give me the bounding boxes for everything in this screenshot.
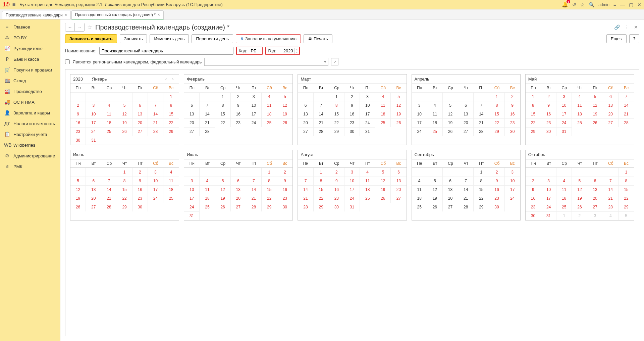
- day-cell[interactable]: 14: [458, 185, 474, 194]
- day-cell[interactable]: 21: [314, 118, 329, 127]
- day-cell[interactable]: 31: [360, 127, 375, 136]
- day-cell[interactable]: 7: [603, 177, 619, 185]
- day-cell[interactable]: 14: [619, 101, 634, 110]
- day-cell[interactable]: 4: [427, 101, 443, 110]
- day-cell[interactable]: 2: [231, 92, 246, 101]
- favorite-icon[interactable]: ☆: [580, 2, 585, 7]
- day-cell[interactable]: 11: [101, 110, 117, 118]
- day-cell[interactable]: 1: [619, 168, 634, 177]
- day-cell[interactable]: 15: [117, 185, 132, 194]
- day-cell[interactable]: 10: [344, 177, 360, 185]
- day-cell[interactable]: 15: [163, 110, 179, 118]
- day-cell[interactable]: 4: [412, 177, 427, 185]
- day-cell[interactable]: 7: [200, 101, 215, 110]
- day-cell[interactable]: 1: [262, 168, 277, 177]
- day-cell[interactable]: 4: [556, 177, 572, 185]
- day-cell[interactable]: 8: [163, 101, 179, 110]
- day-cell[interactable]: 4: [101, 101, 117, 110]
- day-cell[interactable]: 9: [231, 101, 246, 110]
- day-cell[interactable]: 12: [427, 185, 443, 194]
- day-cell[interactable]: 29: [163, 127, 179, 136]
- day-cell[interactable]: 29: [619, 203, 634, 211]
- day-cell[interactable]: 2: [505, 92, 520, 101]
- day-cell[interactable]: 22: [215, 118, 231, 127]
- day-cell[interactable]: 20: [587, 194, 603, 203]
- day-cell[interactable]: 11: [375, 101, 391, 110]
- day-cell[interactable]: 26: [277, 118, 292, 127]
- day-cell[interactable]: 22: [474, 194, 489, 203]
- day-cell[interactable]: 3: [344, 168, 360, 177]
- day-cell[interactable]: 8: [262, 177, 277, 185]
- link-icon[interactable]: 🔗: [613, 24, 621, 31]
- day-cell[interactable]: 5: [443, 101, 458, 110]
- day-cell[interactable]: 19: [572, 194, 587, 203]
- day-cell[interactable]: 2: [541, 92, 556, 101]
- day-cell[interactable]: 31: [86, 136, 101, 145]
- day-cell[interactable]: 27: [184, 127, 200, 136]
- maximize-icon[interactable]: ▢: [629, 2, 633, 7]
- day-cell[interactable]: 20: [443, 194, 458, 203]
- day-cell[interactable]: 4: [163, 168, 179, 177]
- day-cell[interactable]: 27: [603, 118, 619, 127]
- day-cell[interactable]: 24: [360, 118, 375, 127]
- day-cell[interactable]: 14: [314, 110, 329, 118]
- day-cell[interactable]: 14: [474, 110, 489, 118]
- day-cell[interactable]: 18: [412, 194, 427, 203]
- day-cell[interactable]: 16: [344, 110, 360, 118]
- day-cell[interactable]: 21: [148, 118, 163, 127]
- day-cell[interactable]: 1: [215, 92, 231, 101]
- day-cell[interactable]: 16: [526, 194, 541, 203]
- day-cell[interactable]: 15: [526, 110, 541, 118]
- day-cell[interactable]: 3: [541, 177, 556, 185]
- day-cell[interactable]: 11: [427, 110, 443, 118]
- day-cell[interactable]: 7: [474, 101, 489, 110]
- day-cell[interactable]: 28: [619, 118, 634, 127]
- day-cell[interactable]: 29: [314, 203, 329, 211]
- day-cell[interactable]: 18: [200, 194, 215, 203]
- day-cell[interactable]: 6: [587, 177, 603, 185]
- day-cell[interactable]: 24: [246, 118, 262, 127]
- day-cell[interactable]: 28: [603, 203, 619, 211]
- day-cell[interactable]: 25: [572, 118, 587, 127]
- day-cell[interactable]: 21: [101, 194, 117, 203]
- day-cell[interactable]: 8: [117, 177, 132, 185]
- day-cell[interactable]: 10: [86, 110, 101, 118]
- day-cell[interactable]: 15: [474, 185, 489, 194]
- day-cell[interactable]: 29: [329, 127, 344, 136]
- day-cell[interactable]: 9: [329, 177, 344, 185]
- day-cell[interactable]: 9: [526, 185, 541, 194]
- day-cell[interactable]: 27: [391, 194, 406, 203]
- day-cell[interactable]: 8: [619, 177, 634, 185]
- day-cell[interactable]: 5: [572, 177, 587, 185]
- day-cell-next-month[interactable]: 1: [556, 211, 572, 220]
- day-cell[interactable]: 10: [541, 185, 556, 194]
- day-cell[interactable]: 25: [360, 194, 375, 203]
- day-cell[interactable]: 12: [587, 101, 603, 110]
- close-tab-icon[interactable]: ×: [158, 12, 160, 17]
- day-cell[interactable]: 1: [489, 92, 504, 101]
- day-cell[interactable]: 26: [391, 118, 406, 127]
- day-cell[interactable]: 4: [375, 92, 391, 101]
- day-cell[interactable]: 23: [505, 118, 520, 127]
- day-cell[interactable]: 15: [215, 110, 231, 118]
- day-cell[interactable]: 11: [556, 185, 572, 194]
- day-cell-next-month[interactable]: 2: [572, 211, 587, 220]
- day-cell[interactable]: 7: [619, 92, 634, 101]
- day-cell[interactable]: 13: [132, 110, 148, 118]
- day-cell[interactable]: 6: [132, 101, 148, 110]
- federal-dropdown[interactable]: ▼: [204, 58, 328, 66]
- day-cell[interactable]: 20: [184, 118, 200, 127]
- day-cell[interactable]: 26: [117, 127, 132, 136]
- tab[interactable]: Производственные календари×: [2, 11, 71, 19]
- day-cell[interactable]: 16: [541, 110, 556, 118]
- day-cell[interactable]: 10: [360, 101, 375, 110]
- day-cell[interactable]: 22: [489, 118, 504, 127]
- day-cell[interactable]: 26: [70, 203, 86, 211]
- star-icon[interactable]: ☆: [87, 23, 93, 31]
- day-cell[interactable]: 6: [603, 92, 619, 101]
- day-cell[interactable]: 8: [526, 101, 541, 110]
- day-cell[interactable]: 3: [246, 92, 262, 101]
- day-cell[interactable]: 23: [132, 194, 148, 203]
- day-cell[interactable]: 18: [572, 110, 587, 118]
- day-cell[interactable]: 23: [277, 194, 292, 203]
